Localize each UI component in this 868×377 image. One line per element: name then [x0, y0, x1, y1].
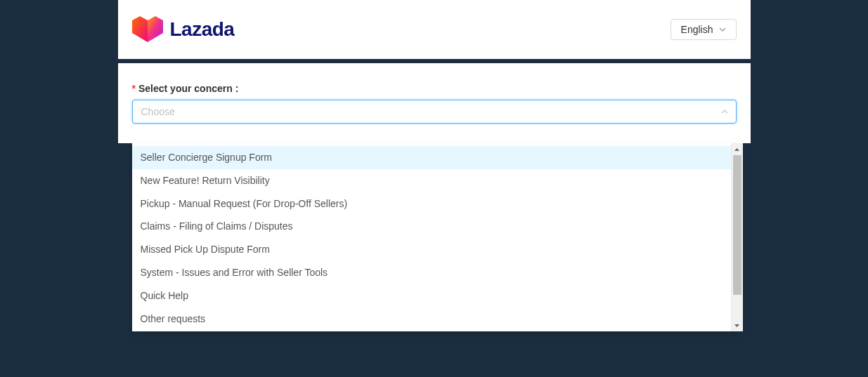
language-selector[interactable]: English: [671, 19, 737, 40]
required-asterisk: *: [132, 83, 136, 94]
dropdown-option[interactable]: Seller Concierge Signup Form: [132, 146, 731, 169]
form-card: *Select your concern : Seller Concierge …: [118, 63, 751, 143]
dropdown-list: Seller Concierge Signup Form New Feature…: [132, 143, 731, 331]
concern-input[interactable]: [132, 100, 737, 124]
brand-name: Lazada: [170, 18, 235, 41]
dropdown-option[interactable]: Claims - Filing of Claims / Disputes: [132, 215, 731, 238]
language-label: English: [681, 24, 713, 35]
dropdown-option[interactable]: New Feature! Return Visibility: [132, 169, 731, 192]
dropdown-option[interactable]: System - Issues and Error with Seller To…: [132, 261, 731, 284]
dropdown-option[interactable]: Pickup - Manual Request (For Drop-Off Se…: [132, 192, 731, 216]
lazada-heart-icon: [132, 16, 163, 43]
concern-label-text: Select your concern :: [138, 83, 238, 94]
scroll-thumb[interactable]: [733, 155, 741, 295]
concern-field-label: *Select your concern :: [132, 83, 737, 94]
chevron-down-icon: [719, 24, 726, 35]
scroll-down-button[interactable]: [732, 319, 743, 331]
scroll-up-button[interactable]: [732, 143, 743, 155]
concern-select[interactable]: [132, 100, 737, 124]
concern-dropdown: Seller Concierge Signup Form New Feature…: [132, 143, 743, 331]
dropdown-scrollbar[interactable]: [731, 143, 743, 331]
header-bar: Lazada English: [118, 0, 751, 59]
dropdown-option[interactable]: Quick Help: [132, 284, 731, 307]
scroll-track[interactable]: [732, 155, 743, 319]
dropdown-option[interactable]: Other requests: [132, 307, 731, 331]
dropdown-option[interactable]: Missed Pick Up Dispute Form: [132, 238, 731, 261]
brand-logo[interactable]: Lazada: [132, 16, 235, 43]
